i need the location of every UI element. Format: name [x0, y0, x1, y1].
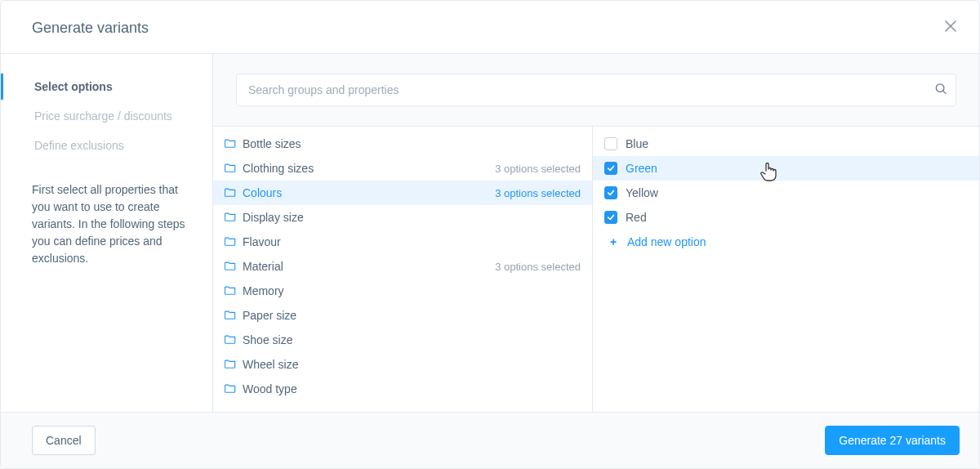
option-checkbox[interactable]	[604, 186, 617, 199]
search-input[interactable]	[236, 74, 956, 106]
group-label: Wood type	[243, 382, 581, 395]
group-selected-count: 3 options selected	[495, 163, 581, 175]
close-button[interactable]	[942, 17, 960, 38]
group-label: Display size	[243, 211, 581, 224]
group-row[interactable]: Bottle sizes	[213, 132, 592, 156]
folder-icon	[225, 284, 236, 298]
search-icon	[935, 83, 947, 97]
folder-icon	[225, 382, 236, 396]
group-row[interactable]: Memory	[213, 279, 592, 303]
modal-body: Select optionsPrice surcharge / discount…	[1, 54, 979, 412]
option-checkbox[interactable]	[604, 162, 617, 175]
close-icon	[945, 20, 956, 32]
group-label: Colours	[243, 186, 488, 199]
add-option-label: Add new option	[627, 235, 706, 248]
group-row[interactable]: Colours3 options selected	[213, 181, 592, 205]
svg-line-1	[943, 91, 947, 94]
option-label: Green	[626, 162, 657, 175]
group-label: Material	[243, 260, 488, 273]
group-label: Shoe size	[243, 333, 581, 346]
group-row[interactable]: Material3 options selected	[213, 254, 592, 279]
option-label: Blue	[626, 137, 648, 150]
folder-icon	[225, 309, 236, 323]
options-column: BlueGreenYellowRed+Add new option	[593, 127, 979, 412]
folder-icon	[225, 186, 236, 200]
group-label: Wheel size	[243, 358, 581, 371]
folder-icon	[225, 162, 236, 176]
selection-columns: Bottle sizesClothing sizes3 options sele…	[213, 126, 979, 412]
folder-icon	[225, 211, 236, 225]
group-row[interactable]: Clothing sizes3 options selected	[213, 156, 592, 181]
option-row[interactable]: Blue	[593, 132, 979, 156]
sidebar-help-text: First select all properties that you wan…	[1, 181, 212, 267]
group-label: Bottle sizes	[243, 137, 581, 150]
option-row[interactable]: Yellow	[593, 181, 979, 205]
option-label: Yellow	[626, 186, 658, 199]
group-label: Flavour	[243, 235, 581, 248]
content-pane: Bottle sizesClothing sizes3 options sele…	[213, 54, 979, 412]
wizard-step[interactable]: Define exclusions	[1, 132, 212, 159]
group-row[interactable]: Shoe size	[213, 328, 592, 352]
add-option-row[interactable]: +Add new option	[593, 230, 979, 254]
search-wrap	[213, 54, 979, 126]
group-row[interactable]: Wheel size	[213, 352, 592, 377]
generate-button[interactable]: Generate 27 variants	[825, 426, 960, 455]
option-row[interactable]: Green	[593, 156, 979, 181]
cancel-button[interactable]: Cancel	[32, 426, 96, 455]
option-label: Red	[626, 211, 647, 224]
option-checkbox[interactable]	[604, 211, 617, 224]
group-row[interactable]: Flavour	[213, 230, 592, 254]
generate-variants-modal: Generate variants Select optionsPrice su…	[0, 0, 980, 469]
wizard-step[interactable]: Price surcharge / discounts	[1, 103, 212, 129]
group-label: Paper size	[243, 309, 581, 322]
modal-header: Generate variants	[1, 1, 979, 54]
group-row[interactable]: Display size	[213, 205, 592, 230]
group-label: Memory	[243, 284, 581, 297]
modal-footer: Cancel Generate 27 variants	[1, 412, 979, 468]
group-selected-count: 3 options selected	[495, 261, 581, 273]
group-selected-count: 3 options selected	[495, 187, 581, 199]
wizard-sidebar: Select optionsPrice surcharge / discount…	[1, 54, 213, 412]
option-checkbox[interactable]	[604, 137, 617, 150]
group-label: Clothing sizes	[243, 162, 488, 175]
modal-title: Generate variants	[32, 20, 149, 37]
search-box	[236, 74, 956, 106]
folder-icon	[225, 235, 236, 249]
option-row[interactable]: Red	[593, 205, 979, 230]
wizard-step[interactable]: Select options	[1, 74, 212, 100]
groups-column: Bottle sizesClothing sizes3 options sele…	[213, 127, 593, 412]
group-row[interactable]: Wood type	[213, 377, 592, 401]
folder-icon	[225, 260, 236, 274]
folder-icon	[225, 333, 236, 347]
folder-icon	[225, 358, 236, 372]
group-row[interactable]: Paper size	[213, 303, 592, 328]
plus-icon: +	[608, 235, 619, 248]
folder-icon	[225, 137, 236, 151]
